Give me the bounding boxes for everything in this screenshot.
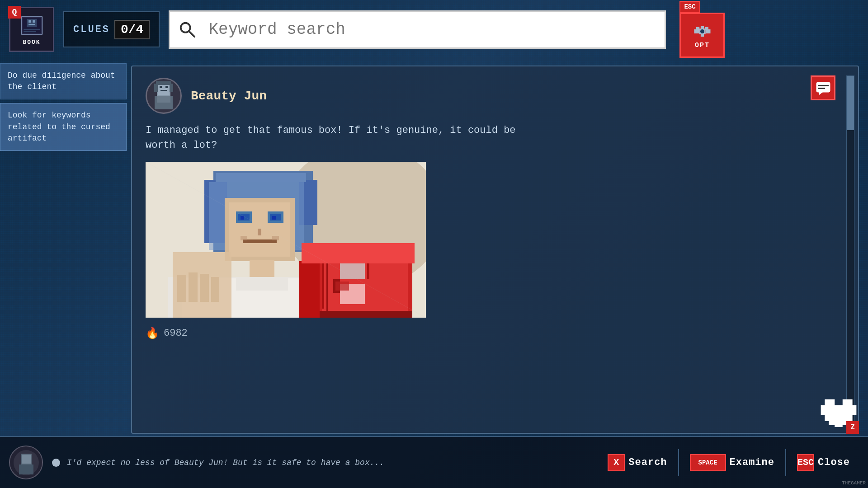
svg-rect-6 — [24, 29, 40, 30]
svg-rect-16 — [705, 27, 708, 30]
avatar — [146, 78, 182, 114]
post-header: Beauty Jun — [146, 78, 844, 114]
svg-marker-32 — [819, 92, 823, 95]
svg-rect-28 — [157, 96, 170, 103]
svg-rect-80 — [835, 423, 843, 427]
svg-rect-48 — [258, 229, 261, 235]
svg-rect-11 — [701, 26, 704, 29]
svg-rect-52 — [250, 260, 274, 278]
task-item-2[interactable]: Look for keywords related to the cursed … — [0, 103, 127, 151]
bottom-avatar-image — [13, 449, 40, 476]
esc-badge: ESC — [679, 1, 700, 13]
search-action-label: Search — [628, 457, 667, 468]
post-username: Beauty Jun — [191, 89, 267, 103]
task-item-1[interactable]: Do due diligence about the client — [0, 63, 127, 99]
svg-rect-86 — [19, 465, 33, 474]
svg-rect-55 — [236, 277, 288, 291]
x-key-badge: X — [608, 454, 625, 471]
space-key-badge: SPACE — [690, 454, 726, 471]
q-key-badge: Q — [8, 6, 21, 19]
task-text-1: Do due diligence about the client — [8, 71, 115, 91]
bottom-bar: I'd expect no less of Beauty Jun! But is… — [0, 436, 868, 488]
likes-count: 6982 — [164, 328, 188, 339]
svg-line-9 — [189, 31, 194, 37]
post-card: Beauty Jun I managed to get that famous … — [132, 66, 858, 433]
svg-rect-4 — [33, 20, 35, 23]
action-separator-2 — [785, 449, 786, 476]
svg-rect-30 — [818, 85, 829, 86]
svg-rect-24 — [156, 81, 171, 85]
clues-label: CLUES — [73, 24, 110, 35]
esc-key-badge: ESC — [797, 454, 814, 471]
bottom-preview-text: I'd expect no less of Beauty Jun! But is… — [67, 458, 599, 467]
svg-rect-57 — [177, 275, 186, 302]
main-content-panel: Beauty Jun I managed to get that famous … — [131, 66, 859, 434]
svg-rect-49 — [243, 239, 277, 243]
svg-rect-2 — [27, 19, 37, 27]
post-image — [146, 162, 426, 318]
svg-point-17 — [700, 29, 704, 33]
dot-indicator — [52, 459, 60, 467]
svg-rect-70 — [335, 282, 349, 291]
svg-rect-15 — [696, 27, 699, 30]
svg-rect-73 — [302, 243, 415, 263]
svg-rect-58 — [189, 272, 198, 302]
svg-rect-44 — [241, 216, 244, 220]
svg-rect-51 — [272, 236, 279, 240]
svg-rect-3 — [28, 20, 31, 23]
close-action-button[interactable]: ESC Close — [788, 446, 859, 479]
post-likes: 🔥 6982 — [146, 327, 844, 340]
search-icon — [170, 12, 204, 47]
search-action-button[interactable]: X Search — [599, 446, 676, 479]
action-separator-1 — [678, 449, 679, 476]
svg-rect-26 — [170, 84, 173, 92]
search-input[interactable] — [204, 12, 665, 47]
scrollbar-track[interactable] — [846, 75, 854, 424]
options-icon — [690, 21, 715, 42]
avatar-image — [148, 80, 179, 112]
opt-label: OPT — [695, 42, 710, 49]
close-action-label: Close — [818, 457, 850, 468]
svg-rect-71 — [315, 311, 412, 318]
scrollbar-thumb[interactable] — [847, 76, 854, 130]
search-bar[interactable] — [169, 10, 666, 49]
svg-rect-59 — [200, 274, 209, 302]
action-buttons: X Search SPACE Examine ESC Close — [599, 446, 859, 479]
svg-rect-31 — [818, 88, 825, 89]
svg-rect-82 — [844, 401, 850, 407]
svg-rect-47 — [272, 216, 276, 220]
examine-action-label: Examine — [730, 457, 774, 468]
svg-rect-22 — [165, 86, 168, 88]
svg-rect-25 — [154, 84, 158, 92]
svg-rect-29 — [816, 82, 830, 92]
top-bar: Q BOOK CLUES 0/4 ESC — [0, 0, 868, 59]
opt-button[interactable]: OPT — [679, 13, 725, 58]
bottom-avatar — [9, 446, 43, 479]
watermark: THEGAMER — [842, 480, 866, 486]
svg-rect-72 — [299, 261, 320, 318]
fire-icon: 🔥 — [146, 327, 159, 340]
z-badge: Z — [846, 421, 859, 434]
svg-rect-23 — [160, 90, 167, 91]
svg-rect-5 — [28, 24, 35, 25]
book-label: BOOK — [23, 39, 40, 46]
chat-icon — [816, 81, 831, 95]
task-text-2: Look for keywords related to the cursed … — [8, 111, 110, 142]
clues-value: 0/4 — [114, 20, 150, 39]
book-icon — [19, 13, 44, 38]
svg-rect-60 — [211, 277, 219, 302]
svg-rect-38 — [216, 173, 306, 182]
chat-icon-button[interactable] — [811, 75, 835, 100]
post-message: I managed to get that famous box! If it'… — [146, 123, 530, 153]
svg-rect-50 — [241, 236, 247, 240]
svg-rect-12 — [701, 33, 704, 37]
post-pixel-art — [146, 162, 426, 318]
svg-rect-21 — [160, 86, 162, 88]
examine-action-button[interactable]: SPACE Examine — [681, 446, 783, 479]
svg-rect-7 — [24, 31, 36, 32]
tasks-sidebar: Do due diligence about the client Look f… — [0, 59, 127, 155]
svg-rect-85 — [22, 455, 31, 464]
clues-counter: CLUES 0/4 — [63, 11, 160, 47]
svg-rect-81 — [827, 401, 833, 407]
book-button[interactable]: Q BOOK — [9, 7, 54, 52]
